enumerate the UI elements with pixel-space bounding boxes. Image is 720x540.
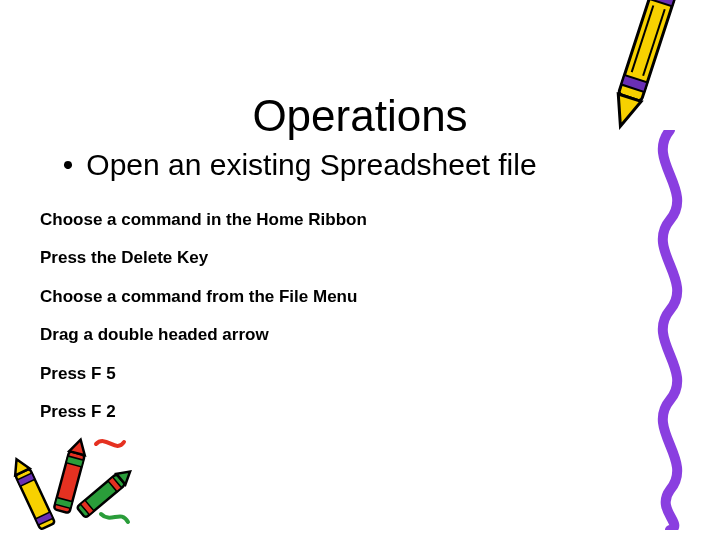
svg-marker-13 [69,438,88,456]
option-item: Drag a double headed arrow [40,325,600,345]
question-line: • Open an existing Spreadsheet file [58,148,537,182]
option-item: Choose a command from the File Menu [40,287,600,307]
option-item: Press F 5 [40,364,600,384]
options-list: Choose a command in the Home Ribbon Pres… [40,210,600,440]
crayons-icon [6,414,136,534]
option-item: Choose a command in the Home Ribbon [40,210,600,230]
option-item: Press the Delete Key [40,248,600,268]
crayon-icon [598,0,688,150]
svg-rect-14 [77,474,126,518]
question-text: Open an existing Spreadsheet file [86,148,536,181]
slide: Operations • Open an existing Spreadshee… [0,0,720,540]
squiggle-icon [640,130,700,530]
svg-marker-3 [609,94,641,130]
bullet-icon: • [58,148,78,182]
